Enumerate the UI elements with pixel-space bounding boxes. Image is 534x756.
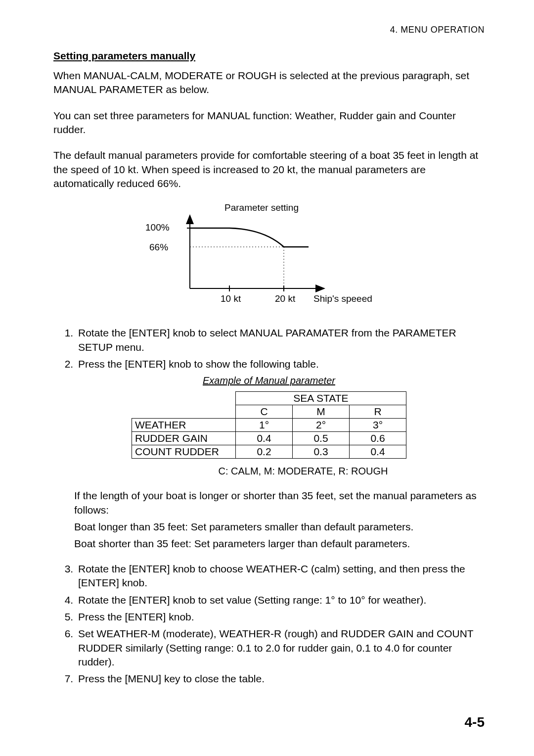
table-row: RUDDER GAIN 0.4 0.5 0.6 bbox=[132, 432, 406, 445]
step-5: Press the [ENTER] knob. bbox=[76, 610, 485, 624]
guidance-intro: If the length of your boat is longer or … bbox=[74, 489, 485, 517]
cell: 0.4 bbox=[236, 432, 293, 445]
x-axis-label: Ship's speeed bbox=[313, 293, 372, 304]
cell: 0.5 bbox=[293, 432, 350, 445]
section-title: Setting parameters manually bbox=[53, 50, 485, 62]
cell: 0.4 bbox=[350, 445, 406, 459]
step-7: Press the [MENU] key to close the table. bbox=[76, 672, 485, 686]
table-legend: C: CALM, M: MODERATE, R: ROUGH bbox=[122, 466, 485, 477]
parameter-chart: Parameter setting 100% 66% 10 bbox=[145, 202, 393, 311]
chart-title: Parameter setting bbox=[224, 202, 299, 213]
cell: 3° bbox=[350, 419, 406, 432]
paragraph-2: You can set three parameters for MANUAL … bbox=[53, 109, 485, 137]
paragraph-3: The default manual parameters provide fo… bbox=[53, 148, 485, 190]
instruction-list-cont: Rotate the [ENTER] knob to choose WEATHE… bbox=[53, 562, 485, 686]
table-row: WEATHER 1° 2° 3° bbox=[132, 419, 406, 432]
col-r: R bbox=[350, 405, 406, 419]
paragraph-1: When MANUAL-CALM, MODERATE or ROUGH is s… bbox=[53, 69, 485, 97]
guidance-shorter: Boat shorter than 35 feet: Set parameter… bbox=[74, 537, 485, 551]
col-m: M bbox=[293, 405, 350, 419]
page: 4. MENU OPERATION Setting parameters man… bbox=[0, 0, 534, 756]
cell: 0.3 bbox=[293, 445, 350, 459]
cell: 0.6 bbox=[350, 432, 406, 445]
table-header-group: SEA STATE bbox=[236, 392, 406, 405]
chapter-header: 4. MENU OPERATION bbox=[53, 25, 485, 35]
y-tick-100: 100% bbox=[145, 222, 170, 233]
step-4: Rotate the [ENTER] knob to set value (Se… bbox=[76, 593, 485, 607]
step-6: Set WEATHER-M (moderate), WEATHER-R (rou… bbox=[76, 627, 485, 669]
cell: 1° bbox=[236, 419, 293, 432]
step-3: Rotate the [ENTER] knob to choose WEATHE… bbox=[76, 562, 485, 590]
cell: 0.2 bbox=[236, 445, 293, 459]
manual-parameter-table: SEA STATE C M R WEATHER 1° 2° 3° RUDDER … bbox=[132, 391, 406, 459]
col-c: C bbox=[236, 405, 293, 419]
y-tick-66: 66% bbox=[149, 242, 168, 253]
table-row: COUNT RUDDER 0.2 0.3 0.4 bbox=[132, 445, 406, 459]
row-name: RUDDER GAIN bbox=[132, 432, 236, 445]
page-number: 4-5 bbox=[465, 714, 485, 730]
row-name: COUNT RUDDER bbox=[132, 445, 236, 459]
chart-svg bbox=[175, 214, 343, 293]
x-tick-10kt: 10 kt bbox=[221, 293, 241, 304]
step-1: Rotate the [ENTER] knob to select MANUAL… bbox=[76, 326, 485, 354]
table-caption: Example of Manual parameter bbox=[53, 375, 485, 386]
cell: 2° bbox=[293, 419, 350, 432]
row-name: WEATHER bbox=[132, 419, 236, 432]
x-tick-20kt: 20 kt bbox=[275, 293, 295, 304]
guidance-longer: Boat longer than 35 feet: Set parameters… bbox=[74, 520, 485, 534]
step-2: Press the [ENTER] knob to show the follo… bbox=[76, 357, 485, 371]
instruction-list: Rotate the [ENTER] knob to select MANUAL… bbox=[53, 326, 485, 371]
